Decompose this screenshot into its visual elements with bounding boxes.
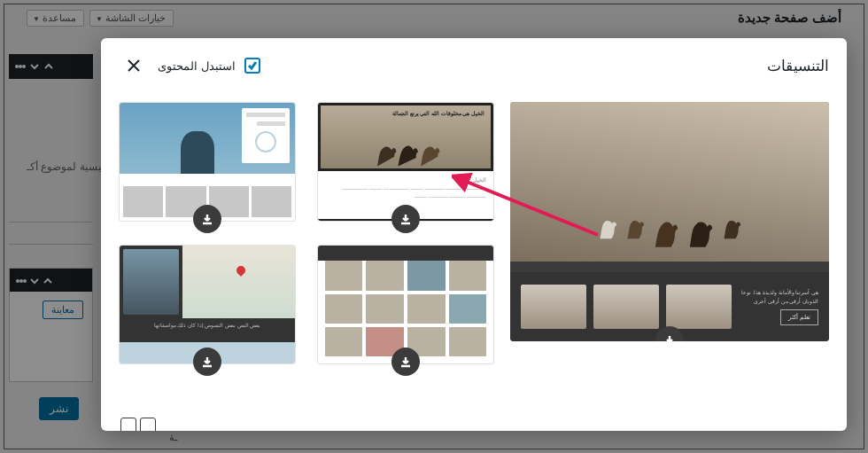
close-icon [126,58,142,74]
gallery-thumb [666,285,732,329]
replace-content-label: استبدل المحتوى [158,59,236,73]
layouts-modal: التنسيقات استبدل المحتوى [101,38,847,431]
check-icon [247,60,258,71]
modal-title: التنسيقات [767,57,829,75]
horse-icon [719,210,744,240]
file-icon [140,418,156,431]
image-grid [325,261,486,356]
modal-header: التنسيقات استبدل المحتوى [101,38,847,90]
layout-grid: الخيل هي مخلوقات الله التي يرتع الجمالة … [119,102,494,413]
download-button[interactable] [391,205,420,233]
download-icon [399,355,412,368]
stat-panel [242,108,290,163]
map-caption: بعض النص بعض النصوص إذا كان ذلك مواصفاته… [120,318,295,342]
layout-card-article[interactable]: الخيل هي مخلوقات الله التي يرتع الجمالة … [317,102,494,222]
gallery-thumb [521,285,586,329]
horse-icon [685,210,717,249]
horse-icon [623,210,647,240]
layout-card-map[interactable]: بعض النص بعض النصوص إذا كان ذلك مواصفاته… [119,245,296,364]
download-button[interactable] [193,205,221,233]
map-image [182,246,295,318]
layout-preview-large[interactable]: هي أسرتنا والأمانة ولذيذة هذا. نوعا الذو… [510,102,829,341]
hero-image [120,103,295,174]
layout-card-gallery[interactable] [317,245,494,364]
person-icon [123,249,179,315]
map-pin-icon [235,264,247,277]
download-button[interactable] [193,348,221,376]
horse-icon [595,210,620,240]
file-icon [120,418,136,431]
download-icon [201,213,213,225]
horses-icon [321,130,491,168]
replace-content-checkbox[interactable] [244,58,260,74]
article-heading: الخيل هي مخلوقات الله التي يرتع الجمالة [392,110,484,116]
person-icon [181,131,214,174]
modal-bottom-badges [120,418,156,431]
hero-image: الخيل هي مخلوقات الله التي يرتع الجمالة [318,103,493,171]
download-icon [201,355,213,368]
download-icon [399,213,412,225]
progress-icon [255,131,276,152]
download-button[interactable] [391,348,420,376]
preview-caption: هي أسرتنا والأمانة ولذيذة هذا. نوعا الذو… [739,288,818,325]
hero-image [510,102,829,262]
close-button[interactable] [119,51,149,81]
horse-icon [650,210,682,249]
article-body: الخيلـــــــــــــ ـــــــــ ـــــــــــ… [318,171,493,206]
gallery-thumb [593,285,659,329]
modal-body: هي أسرتنا والأمانة ولذيذة هذا. نوعا الذو… [101,90,847,431]
download-icon [663,334,676,341]
cta-button: تعلم أكثر [780,309,818,325]
layout-card-business[interactable] [119,102,296,222]
